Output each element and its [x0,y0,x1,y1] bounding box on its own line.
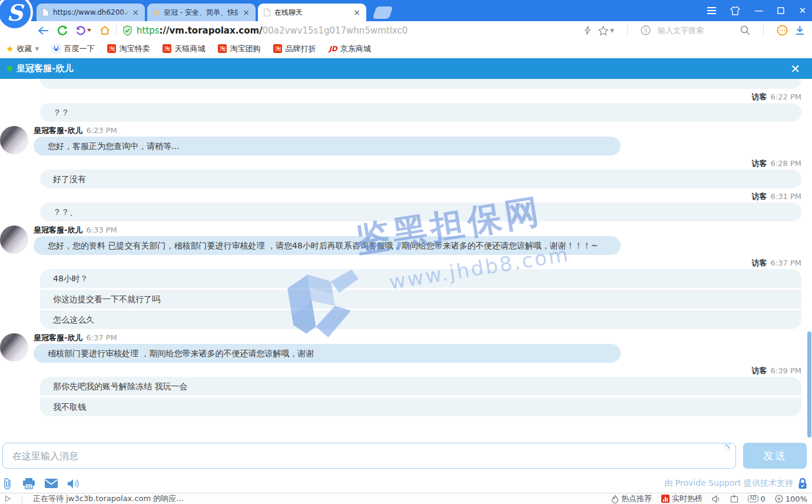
play-icon[interactable] [5,495,11,502]
browser-window: S https://www.dh6200.cc × 皇冠 - 安全、简单、快捷 … [0,0,812,504]
security-shield-icon[interactable] [122,25,132,36]
mute-button[interactable] [712,495,721,503]
agent-message: 您好，您的资料 已提交有关部门，稽核部门要进行审核处理 ，请您48小时后再联系咨… [34,236,621,255]
address-bar[interactable]: https://vm.torapolax.com/00a2vwv15s1g017… [122,25,407,36]
tab-close-icon[interactable]: × [241,8,251,17]
favorites-menu[interactable]: ★ 收藏 ▼ [6,44,39,54]
agent-avatar [0,126,28,154]
powered-by[interactable]: 由 Provide Support 提供技术支持 [664,478,807,489]
hot-recommend-button[interactable]: 热点推荐 [611,493,652,504]
new-tab-button[interactable] [373,6,393,19]
favorite-star-icon[interactable]: ▼ [598,26,614,35]
zoom-control[interactable]: 100% [775,495,807,503]
undo-icon[interactable] [76,26,91,35]
close-window-button[interactable]: ✕ [798,6,806,15]
chevron-down-icon: ▼ [610,28,614,34]
visitor-meta: 访客6:39 PM [0,366,801,376]
visitor-message: 怎么这么久 [40,310,801,329]
bookmark-taobao-sale[interactable]: 淘 淘宝特卖 [107,44,150,54]
bookmark-jd[interactable]: JD 京东商城 [329,44,370,54]
tab-title: 皇冠 - 安全、简单、快捷 [164,8,238,18]
tab-online-chat-active[interactable]: 在线聊天 × [258,4,366,21]
chat-close-icon[interactable]: ✕ [790,62,800,76]
skin-tshirt-icon[interactable] [730,6,740,15]
bookmark-taobao-group[interactable]: 淘 淘宝团购 [218,44,260,54]
menu-icon[interactable] [707,7,716,14]
square-plus-icon [730,495,738,503]
visitor-meta: 访客6:22 PM [0,92,801,102]
crown-icon [152,8,160,16]
chat-message-list[interactable]: 访客6:22 PM ？？ 皇冠客服-欣儿6:23 PM 您好，客服正为您查询中，… [0,79,812,441]
agent-avatar [0,226,28,254]
title-bar: S https://www.dh6200.cc × 皇冠 - 安全、简单、快捷 … [0,0,812,21]
url-scheme: https [137,25,160,36]
taobao-icon: 淘 [107,44,116,53]
taobao-icon: 淘 [163,44,171,53]
page-icon [263,8,271,16]
tab-huangguan[interactable]: 皇冠 - 安全、简单、快捷 × [147,4,256,21]
visitor-message: 我不取钱 [40,397,801,416]
visitor-meta: 访客6:31 PM [0,191,801,201]
lightning-icon[interactable] [584,25,591,35]
tab-close-icon[interactable]: × [131,8,140,17]
email-icon[interactable] [45,479,58,488]
send-button[interactable]: 发送 [743,443,807,469]
agent-avatar [0,333,28,362]
agent-message-block: 皇冠客服-欣儿6:33 PM 您好，您的资料 已提交有关部门，稽核部门要进行审核… [0,225,812,255]
url-path: 00a2vwv15s1g017whn5wmtlxc0 [263,25,408,36]
baidu-paw-icon [52,44,61,53]
svg-text:S: S [644,27,648,34]
visitor-meta: 访客6:37 PM [0,258,801,268]
visitor-message: 48小时？ [40,269,801,288]
bookmark-brand-discount[interactable]: 淘 品牌打折 [273,44,316,54]
agent-message-block: 皇冠客服-欣儿6:37 PM 稽核部门要进行审核处理 ，期间给您带来诸多的不便还… [0,333,812,363]
chat-toolbar: 由 Provide Support 提供技术支持 [2,476,807,491]
message-input[interactable] [2,443,736,469]
print-icon[interactable] [22,478,35,489]
search-input[interactable]: 输入文字搜索 [658,25,733,36]
navigation-toolbar: https://vm.torapolax.com/00a2vwv15s1g017… [0,21,812,39]
visitor-message: 好了没有 [40,170,801,188]
chart-bars-icon [661,495,670,503]
visitor-meta: 访客6:28 PM [0,158,801,168]
sogou-search-icon: S [641,25,651,35]
visitor-message: ？？ [40,103,801,122]
refresh-icon[interactable] [57,25,68,35]
url-host: ://vm.torapolax.com/ [160,25,263,36]
agent-message: 您好，客服正为您查询中，请稍等... [34,137,621,155]
attachment-icon[interactable] [2,477,13,490]
loading-status-text: 正在等待 jw3c3b.torapolax.com 的响应... [33,493,184,504]
chat-header: 皇冠客服-欣儿 ✕ [0,58,812,79]
taobao-icon: 淘 [218,44,227,53]
bookmark-tmall[interactable]: 淘 天猫商城 [163,44,205,54]
tab-dh6200[interactable]: https://www.dh6200.cc × [37,4,145,21]
flame-icon [611,495,619,503]
search-magnifier-icon[interactable] [740,25,750,35]
minimize-button[interactable]: — [754,6,763,15]
back-icon[interactable] [38,26,49,35]
speaker-icon [712,495,721,503]
maximize-button[interactable] [777,7,784,14]
bookmark-baidu[interactable]: 百度一下 [52,44,94,54]
ad-block-counter[interactable]: AD 0 [748,495,765,503]
page-collect-button[interactable] [730,495,738,503]
visitor-message-partial [40,79,801,89]
message-composer: 发送 [2,443,807,469]
chevron-down-icon: ▼ [35,46,39,52]
sound-icon[interactable] [67,478,80,489]
hot-rank-button[interactable]: 实时热榜 [661,493,702,504]
home-icon[interactable] [100,25,110,35]
visitor-message: 你这边提交看一下不就行了吗 [40,290,801,309]
ad-icon: AD [748,495,758,502]
tab-strip: https://www.dh6200.cc × 皇冠 - 安全、简单、快捷 × … [37,4,391,21]
tab-title: 在线聊天 [274,8,349,18]
download-icon[interactable] [795,25,805,35]
agent-message-block: 皇冠客服-欣儿6:23 PM 您好，客服正为您查询中，请稍等... [0,125,812,155]
online-status-dot [7,66,12,71]
visitor-message: 那你先吧我的账号解除冻结 我玩一会 [40,377,801,396]
taobao-icon: 淘 [273,44,282,53]
scrollbar-thumb[interactable] [807,331,811,437]
bookmarks-bar: ★ 收藏 ▼ 百度一下 淘 淘宝特卖 淘 天猫商城 淘 淘宝团购 淘 品牌打折 … [0,39,812,58]
tab-close-icon[interactable]: × [352,8,362,17]
extensions-smiley-icon[interactable] [777,25,788,36]
